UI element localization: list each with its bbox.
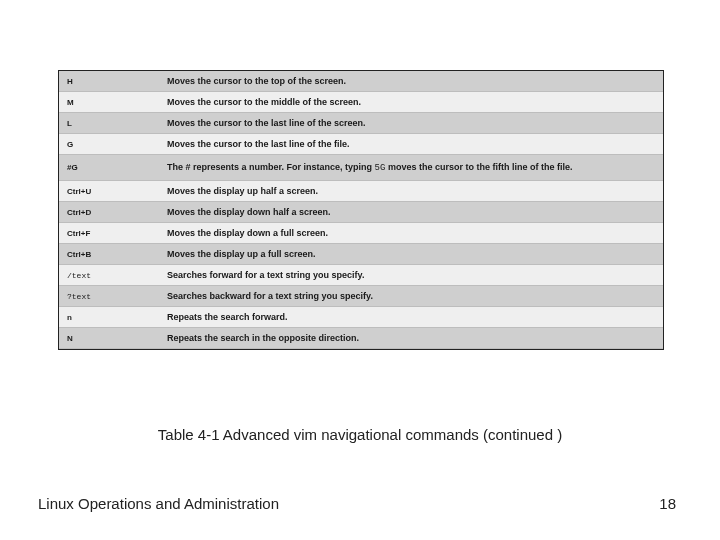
description-cell: Moves the display up half a screen. xyxy=(159,181,663,202)
table-row: NRepeats the search in the opposite dire… xyxy=(59,328,663,349)
description-cell: Searches forward for a text string you s… xyxy=(159,265,663,286)
description-cell: Moves the cursor to the last line of the… xyxy=(159,134,663,155)
description-cell: Searches backward for a text string you … xyxy=(159,286,663,307)
command-cell: ?text xyxy=(59,286,159,307)
command-cell: N xyxy=(59,328,159,349)
footer-title: Linux Operations and Administration xyxy=(38,495,279,512)
description-cell: Moves the cursor to the middle of the sc… xyxy=(159,92,663,113)
command-cell: H xyxy=(59,71,159,92)
page-number: 18 xyxy=(659,495,676,512)
description-cell: The # represents a number. For instance,… xyxy=(159,155,663,181)
description-cell: Moves the cursor to the last line of the… xyxy=(159,113,663,134)
table-caption: Table 4-1 Advanced vim navigational comm… xyxy=(0,426,720,443)
description-cell: Moves the display down half a screen. xyxy=(159,202,663,223)
command-cell: Ctrl+F xyxy=(59,223,159,244)
description-cell: Repeats the search forward. xyxy=(159,307,663,328)
table-row: Ctrl+DMoves the display down half a scre… xyxy=(59,202,663,223)
table-row: Ctrl+FMoves the display down a full scre… xyxy=(59,223,663,244)
command-cell: #G xyxy=(59,155,159,181)
table-row: LMoves the cursor to the last line of th… xyxy=(59,113,663,134)
table-row: Ctrl+BMoves the display up a full screen… xyxy=(59,244,663,265)
command-cell: L xyxy=(59,113,159,134)
description-cell: Moves the display down a full screen. xyxy=(159,223,663,244)
table-row: nRepeats the search forward. xyxy=(59,307,663,328)
command-cell: M xyxy=(59,92,159,113)
table-row: HMoves the cursor to the top of the scre… xyxy=(59,71,663,92)
description-cell: Repeats the search in the opposite direc… xyxy=(159,328,663,349)
table-row: /textSearches forward for a text string … xyxy=(59,265,663,286)
command-cell: n xyxy=(59,307,159,328)
description-cell: Moves the display up a full screen. xyxy=(159,244,663,265)
command-cell: /text xyxy=(59,265,159,286)
table-row: GMoves the cursor to the last line of th… xyxy=(59,134,663,155)
command-cell: Ctrl+D xyxy=(59,202,159,223)
table-row: Ctrl+UMoves the display up half a screen… xyxy=(59,181,663,202)
commands-table: HMoves the cursor to the top of the scre… xyxy=(59,71,663,349)
command-cell: G xyxy=(59,134,159,155)
table-row: MMoves the cursor to the middle of the s… xyxy=(59,92,663,113)
command-cell: Ctrl+U xyxy=(59,181,159,202)
description-cell: Moves the cursor to the top of the scree… xyxy=(159,71,663,92)
table-row: #GThe # represents a number. For instanc… xyxy=(59,155,663,181)
commands-table-wrap: HMoves the cursor to the top of the scre… xyxy=(58,70,664,350)
command-cell: Ctrl+B xyxy=(59,244,159,265)
table-row: ?textSearches backward for a text string… xyxy=(59,286,663,307)
